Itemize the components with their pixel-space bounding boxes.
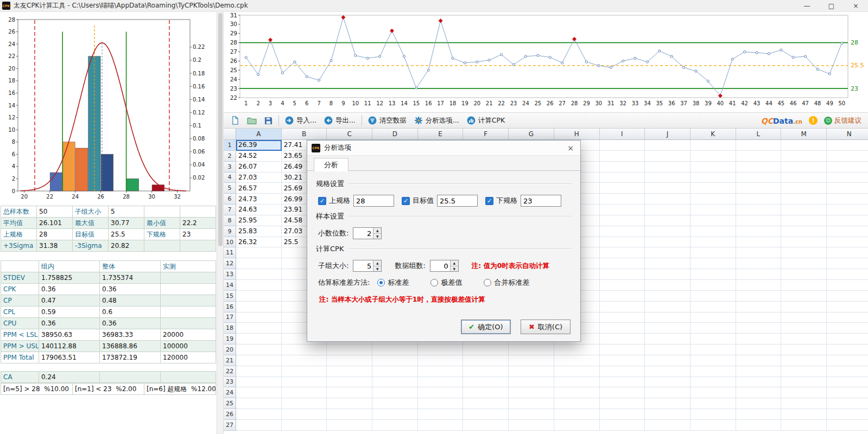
cell-M2[interactable] xyxy=(781,151,827,162)
cell-N9[interactable] xyxy=(827,226,868,237)
cell-I3[interactable] xyxy=(600,162,645,173)
cell-F21[interactable] xyxy=(463,355,509,366)
cell-A21[interactable] xyxy=(236,355,282,366)
cell-M17[interactable] xyxy=(781,312,827,323)
cell-N18[interactable] xyxy=(827,323,868,334)
cell-I12[interactable] xyxy=(600,258,645,269)
usl-checkbox[interactable]: ✓ xyxy=(318,197,326,205)
cell-L23[interactable] xyxy=(736,377,782,388)
cell-J18[interactable] xyxy=(645,323,690,334)
cell-H24[interactable] xyxy=(554,387,600,398)
row-header-11[interactable]: 11 xyxy=(224,247,236,258)
cell-H20[interactable] xyxy=(554,344,600,355)
cell-B23[interactable] xyxy=(282,377,327,388)
cell-G23[interactable] xyxy=(509,377,554,388)
cell-L20[interactable] xyxy=(736,344,782,355)
row-header-12[interactable]: 12 xyxy=(224,258,236,269)
cell-M7[interactable] xyxy=(781,205,827,215)
cell-I24[interactable] xyxy=(600,387,645,398)
row-header-21[interactable]: 21 xyxy=(224,355,236,366)
cell-D23[interactable] xyxy=(372,377,418,388)
close-button[interactable]: × xyxy=(844,0,868,12)
cell-I15[interactable] xyxy=(600,291,645,302)
cell-C22[interactable] xyxy=(327,366,372,377)
cell-J17[interactable] xyxy=(645,312,690,323)
cell-J22[interactable] xyxy=(645,366,690,377)
cell-K26[interactable] xyxy=(690,409,736,420)
cell-K4[interactable] xyxy=(690,173,736,183)
cell-C23[interactable] xyxy=(327,377,372,388)
row-header-7[interactable]: 7 xyxy=(224,205,236,215)
cell-M3[interactable] xyxy=(781,162,827,173)
cell-N5[interactable] xyxy=(827,183,868,194)
cell-H25[interactable] xyxy=(554,398,600,409)
cell-N27[interactable] xyxy=(827,420,868,431)
cell-G22[interactable] xyxy=(509,366,554,377)
row-header-8[interactable]: 8 xyxy=(224,215,236,226)
cell-I7[interactable] xyxy=(600,205,645,215)
cell-I13[interactable] xyxy=(600,269,645,280)
row-header-14[interactable]: 14 xyxy=(224,280,236,291)
dialog-close-button[interactable]: × xyxy=(561,141,580,156)
cell-K11[interactable] xyxy=(690,247,736,258)
tab-analysis[interactable]: 分析 xyxy=(314,158,349,171)
cell-I11[interactable] xyxy=(600,247,645,258)
cell-M14[interactable] xyxy=(781,280,827,291)
left-panel-scrollbar[interactable] xyxy=(217,12,224,434)
row-header-5[interactable]: 5 xyxy=(224,183,236,194)
cell-A17[interactable] xyxy=(236,312,282,323)
cell-I4[interactable] xyxy=(600,173,645,183)
cell-I14[interactable] xyxy=(600,280,645,291)
cell-I18[interactable] xyxy=(600,323,645,334)
cell-I26[interactable] xyxy=(600,409,645,420)
cell-K14[interactable] xyxy=(690,280,736,291)
cell-F25[interactable] xyxy=(463,398,509,409)
cell-N13[interactable] xyxy=(827,269,868,280)
cell-E25[interactable] xyxy=(418,398,464,409)
cell-B22[interactable] xyxy=(282,366,327,377)
cell-N21[interactable] xyxy=(827,355,868,366)
cell-E26[interactable] xyxy=(418,409,464,420)
cell-D20[interactable] xyxy=(372,344,418,355)
cell-I2[interactable] xyxy=(600,151,645,162)
cell-A15[interactable] xyxy=(236,291,282,302)
cell-D22[interactable] xyxy=(372,366,418,377)
cell-A1[interactable]: 26.39 xyxy=(236,140,282,151)
cell-I5[interactable] xyxy=(600,183,645,194)
row-header-25[interactable]: 25 xyxy=(224,398,236,409)
clear-data-button[interactable]: 清空数据 xyxy=(364,114,410,127)
alert-icon[interactable]: ! xyxy=(809,116,818,125)
cell-N10[interactable] xyxy=(827,237,868,248)
cell-N4[interactable] xyxy=(827,173,868,183)
cell-A10[interactable]: 26.32 xyxy=(236,237,282,248)
subgroup-down-button[interactable]: ▼ xyxy=(373,266,381,272)
cell-K10[interactable] xyxy=(690,237,736,248)
cell-A8[interactable]: 25.95 xyxy=(236,215,282,226)
cell-J6[interactable] xyxy=(645,194,690,205)
cell-B20[interactable] xyxy=(282,344,327,355)
cell-M4[interactable] xyxy=(781,173,827,183)
cell-L2[interactable] xyxy=(736,151,782,162)
cell-J8[interactable] xyxy=(645,215,690,226)
cell-A23[interactable] xyxy=(236,377,282,388)
cell-A12[interactable] xyxy=(236,258,282,269)
cell-D27[interactable] xyxy=(372,420,418,431)
cell-L27[interactable] xyxy=(736,420,782,431)
cell-L25[interactable] xyxy=(736,398,782,409)
cell-M24[interactable] xyxy=(781,387,827,398)
row-header-20[interactable]: 20 xyxy=(224,344,236,355)
cell-M21[interactable] xyxy=(781,355,827,366)
cell-M11[interactable] xyxy=(781,247,827,258)
cell-K20[interactable] xyxy=(690,344,736,355)
cell-B21[interactable] xyxy=(282,355,327,366)
cell-N1[interactable] xyxy=(827,140,868,151)
cell-L22[interactable] xyxy=(736,366,782,377)
cell-K6[interactable] xyxy=(690,194,736,205)
cell-I16[interactable] xyxy=(600,302,645,312)
cell-A4[interactable]: 27.03 xyxy=(236,173,282,183)
cell-N26[interactable] xyxy=(827,409,868,420)
cell-M22[interactable] xyxy=(781,366,827,377)
cell-M10[interactable] xyxy=(781,237,827,248)
cell-L9[interactable] xyxy=(736,226,782,237)
cell-E27[interactable] xyxy=(418,420,464,431)
